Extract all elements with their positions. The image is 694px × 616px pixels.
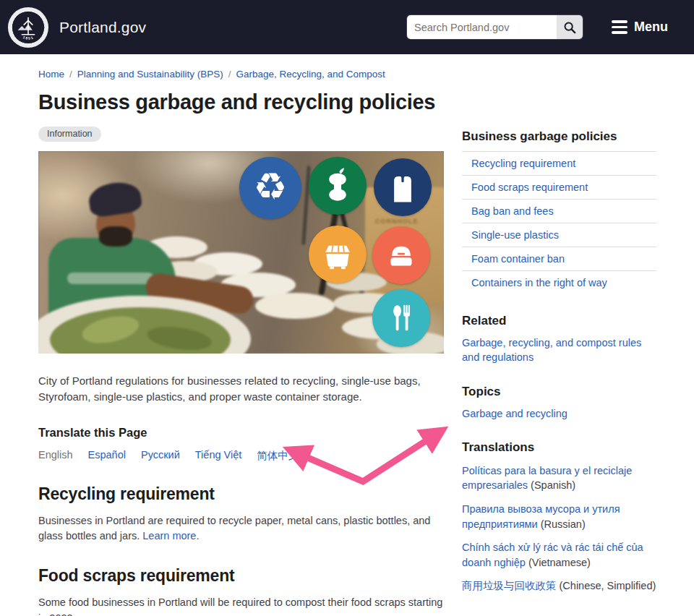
policy-link-containers[interactable]: Containers in the right of way — [462, 271, 656, 294]
main-content: Business garbage and recycling policies … — [38, 80, 444, 616]
language-current: English — [38, 449, 73, 463]
list-item: Food scraps requirement — [462, 176, 656, 200]
recycling-icon: ♻︎ — [239, 157, 301, 219]
food-scraps-requirement-text: Some food businesses in Portland will be… — [38, 596, 442, 616]
recycling-requirement-body: Businesses in Portland are required to r… — [38, 513, 444, 545]
search-form — [407, 15, 583, 39]
list-item: Foam container ban — [462, 247, 656, 271]
hero-icon-overlay: ♻︎ — [38, 151, 444, 354]
list-item: Bag ban and fees — [462, 200, 656, 223]
breadcrumb-garbage[interactable]: Garbage, Recycling, and Compost — [236, 69, 385, 80]
breadcrumb-home[interactable]: Home — [38, 69, 64, 80]
related-heading: Related — [462, 314, 656, 328]
recycling-requirement-heading: Recycling requirement — [38, 484, 444, 504]
policy-link-single-use[interactable]: Single-use plastics — [462, 223, 656, 247]
food-scraps-requirement-body: Some food businesses in Portland will be… — [38, 595, 444, 616]
topics-heading: Topics — [462, 385, 656, 399]
translation-language-label: (Chinese, Simplified) — [557, 580, 656, 591]
translation-language-label: (Russian) — [538, 518, 586, 530]
page-title: Business garbage and recycling policies — [38, 90, 444, 114]
menu-button[interactable]: Menu — [612, 20, 668, 35]
breadcrumb-bps[interactable]: Planning and Sustainability (BPS) — [77, 69, 223, 80]
policy-link-foam-ban[interactable]: Foam container ban — [462, 247, 656, 270]
list-item: Single-use plastics — [462, 223, 656, 247]
utensils-icon — [372, 289, 430, 347]
policy-link-bag-ban[interactable]: Bag ban and fees — [462, 200, 656, 223]
plastic-bag-icon — [374, 158, 432, 216]
hamburger-icon — [612, 20, 627, 34]
breadcrumb-separator: / — [228, 69, 231, 80]
translations-heading: Translations — [462, 440, 656, 455]
list-item: Políticas para la basura y el reciclaje … — [462, 463, 656, 493]
menu-label: Menu — [634, 20, 668, 35]
language-link-chinese[interactable]: 简体中文 — [257, 449, 299, 463]
language-link-vietnamese[interactable]: Tiếng Việt — [195, 449, 242, 463]
translation-link-chinese[interactable]: 商用垃圾与回收政策 — [462, 580, 557, 591]
policy-link-food-scraps[interactable]: Food scraps requirement — [462, 176, 656, 199]
language-nav: English Español Русский Tiếng Việt 简体中文 — [38, 449, 444, 463]
recycling-requirement-text: Businesses in Portland are required to r… — [38, 515, 430, 542]
search-icon — [563, 21, 576, 34]
hero-image: CORNHOLE — [38, 151, 444, 354]
related-link[interactable]: Garbage, recycling, and compost rules an… — [462, 335, 656, 365]
foam-container-icon — [372, 226, 430, 284]
list-item: 商用垃圾与回收政策 (Chinese, Simplified) — [462, 578, 656, 594]
portland-city-seal-logo[interactable]: CITY OF PORTLAND OREGON 1851 — [7, 7, 49, 48]
list-item: Containers in the right of way — [462, 271, 656, 294]
recycling-learn-more-link[interactable]: Learn more. — [142, 529, 199, 544]
language-link-spanish[interactable]: Español — [88, 449, 126, 463]
language-link-russian[interactable]: Русский — [141, 449, 180, 463]
list-item: Правила вывоза мусора и утиля предприяти… — [462, 502, 656, 531]
policy-list: Recycling requirement Food scraps requir… — [462, 151, 656, 294]
translation-language-label: (Vietnamese) — [526, 557, 591, 568]
breadcrumb: Home/Planning and Sustainability (BPS)/G… — [0, 54, 694, 80]
search-button[interactable] — [557, 15, 583, 39]
breadcrumb-separator: / — [69, 69, 72, 80]
page-summary: City of Portland regulations for busines… — [38, 373, 432, 405]
food-scraps-icon — [309, 157, 367, 215]
site-header: CITY OF PORTLAND OREGON 1851 Portland.go… — [0, 0, 694, 54]
policies-heading: Business garbage policies — [462, 129, 656, 151]
food-scraps-requirement-heading: Food scraps requirement — [38, 566, 444, 586]
translate-heading: Translate this Page — [38, 426, 444, 440]
search-input[interactable] — [407, 15, 557, 39]
site-title[interactable]: Portland.gov — [59, 19, 146, 36]
sidebar: Business garbage policies Recycling requ… — [462, 80, 656, 616]
list-item: Recycling requirement — [462, 152, 656, 176]
dumpster-icon — [309, 226, 367, 283]
topics-link[interactable]: Garbage and recycling — [462, 406, 656, 421]
list-item: Chính sách xử lý rác và rác tái chế của … — [462, 540, 656, 570]
policy-link-recycling[interactable]: Recycling requirement — [462, 152, 656, 175]
information-badge: Information — [38, 127, 101, 142]
translation-language-label: (Spanish) — [528, 479, 575, 491]
